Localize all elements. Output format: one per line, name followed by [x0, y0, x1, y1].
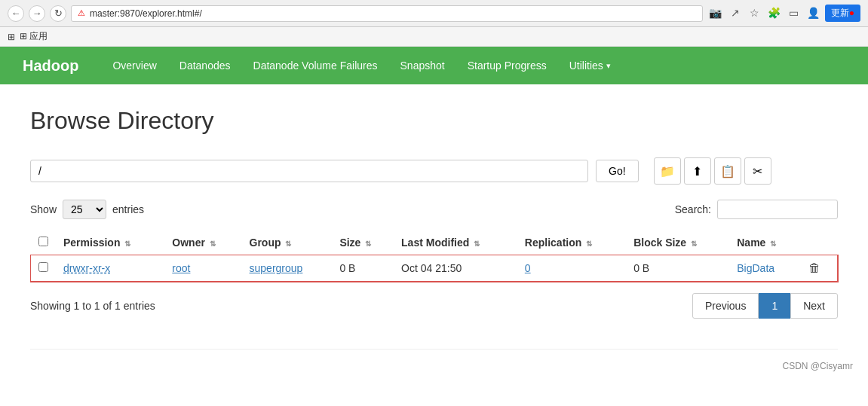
col-actions [801, 230, 837, 255]
row-replication: 0 [517, 255, 626, 282]
sort-last-modified-icon[interactable]: ⇅ [474, 240, 480, 248]
clipboard-icon-btn[interactable]: 📋 [714, 157, 741, 185]
go-button[interactable]: Go! [596, 160, 639, 182]
search-label: Search: [675, 203, 711, 215]
upload-icon-btn[interactable]: ⬆ [684, 157, 711, 185]
col-replication: Replication ⇅ [517, 230, 626, 255]
col-size: Size ⇅ [332, 230, 394, 255]
dropdown-arrow-icon: ▾ [606, 61, 611, 71]
search-input[interactable] [717, 200, 838, 219]
col-permission: Permission ⇅ [56, 230, 164, 255]
entries-select[interactable]: 10 25 50 100 [63, 200, 106, 219]
group-value[interactable]: supergroup [250, 262, 303, 274]
security-warning-icon: ⚠ [78, 8, 85, 18]
sort-permission-icon[interactable]: ⇅ [124, 240, 130, 248]
sort-replication-icon[interactable]: ⇅ [586, 240, 592, 248]
sidebar-btn[interactable]: ▭ [786, 5, 802, 21]
summary-text: Showing 1 to 1 of 1 entries [30, 300, 155, 312]
table-row: drwxr-xr-x root supergroup 0 B Oct 04 21… [31, 255, 838, 282]
refresh-button[interactable]: ↻ [50, 5, 66, 22]
row-checkbox-cell [31, 255, 57, 282]
url-bar[interactable]: ⚠ master:9870/explorer.html#/ [71, 5, 703, 22]
row-group: supergroup [242, 255, 333, 282]
separator [30, 349, 838, 350]
navbar: Hadoop Overview Datanodes Datanode Volum… [0, 47, 868, 84]
row-block-size: 0 B [626, 255, 729, 282]
apps-icon: ⊞ [8, 32, 15, 42]
browser-actions: 📷 ↗ ☆ 🧩 ▭ 👤 更新● [707, 5, 860, 22]
bookmark-btn[interactable]: ☆ [747, 5, 763, 21]
next-button[interactable]: Next [790, 293, 838, 319]
pagination: Previous 1 Next [692, 293, 838, 319]
update-button[interactable]: 更新● [825, 5, 860, 22]
nav-datanode-volume-failures[interactable]: Datanode Volume Failures [242, 47, 389, 84]
show-label: Show [30, 203, 57, 215]
path-input[interactable] [30, 160, 588, 182]
bottom-row: Showing 1 to 1 of 1 entries Previous 1 N… [30, 293, 838, 319]
profile-btn[interactable]: 👤 [805, 5, 822, 21]
search-row: Search: [675, 200, 838, 219]
sort-group-icon[interactable]: ⇅ [285, 240, 291, 248]
sort-name-icon[interactable]: ⇅ [770, 240, 776, 248]
last-modified-value: Oct 04 21:50 [401, 262, 462, 274]
row-permission: drwxr-xr-x [56, 255, 164, 282]
browser-chrome: ← → ↻ ⚠ master:9870/explorer.html#/ 📷 ↗ … [0, 0, 868, 27]
name-link[interactable]: BigData [737, 262, 774, 274]
screenshot-btn[interactable]: 📷 [707, 5, 724, 21]
owner-value[interactable]: root [172, 262, 190, 274]
navbar-brand: Hadoop [15, 57, 86, 75]
bookmarks-bar: ⊞ ⊞ 应用 [0, 27, 868, 47]
forward-button[interactable]: → [29, 5, 45, 22]
action-icons: 📁 ⬆ 📋 ✂ [654, 157, 771, 185]
col-block-size: Block Size ⇅ [626, 230, 729, 255]
permission-value[interactable]: drwxr-xr-x [63, 262, 110, 274]
col-last-modified: Last Modified ⇅ [394, 230, 517, 255]
sort-size-icon[interactable]: ⇅ [365, 240, 371, 248]
share-btn[interactable]: ↗ [727, 5, 744, 21]
main-content: Browse Directory Go! 📁 ⬆ 📋 ✂ Show 10 25 … [0, 84, 868, 341]
nav-utilities[interactable]: Utilities ▾ [558, 47, 622, 84]
url-text: master:9870/explorer.html#/ [90, 8, 202, 19]
extensions-btn[interactable]: 🧩 [766, 5, 783, 21]
col-group: Group ⇅ [242, 230, 333, 255]
controls-row: Show 10 25 50 100 entries Search: [30, 200, 838, 219]
row-name: BigData [729, 255, 801, 282]
select-all-header [31, 230, 57, 255]
size-value: 0 B [339, 262, 355, 274]
delete-button[interactable]: 🗑 [808, 261, 820, 275]
row-delete: 🗑 [801, 255, 837, 282]
row-last-modified: Oct 04 21:50 [394, 255, 517, 282]
nav-overview[interactable]: Overview [101, 47, 167, 84]
folder-icon-btn[interactable]: 📁 [654, 157, 681, 185]
row-checkbox[interactable] [38, 262, 48, 272]
nav-datanodes[interactable]: Datanodes [168, 47, 242, 84]
sort-block-size-icon[interactable]: ⇅ [691, 240, 697, 248]
replication-value[interactable]: 0 [525, 262, 531, 274]
back-button[interactable]: ← [8, 5, 24, 22]
directory-table: Permission ⇅ Owner ⇅ Group ⇅ Size ⇅ Last… [30, 230, 838, 282]
sort-owner-icon[interactable]: ⇅ [210, 240, 216, 248]
scissors-icon-btn[interactable]: ✂ [744, 157, 771, 185]
row-size: 0 B [332, 255, 394, 282]
bookmarks-label: ⊞ 应用 [20, 30, 48, 43]
previous-button[interactable]: Previous [692, 293, 759, 319]
nav-snapshot[interactable]: Snapshot [389, 47, 456, 84]
footer-watermark: CSDN @Cisyamr [0, 357, 868, 375]
nav-startup-progress[interactable]: Startup Progress [456, 47, 558, 84]
page-1-button[interactable]: 1 [759, 293, 790, 319]
show-entries: Show 10 25 50 100 entries [30, 200, 144, 219]
block-size-value: 0 B [633, 262, 649, 274]
col-name: Name ⇅ [729, 230, 801, 255]
page-title: Browse Directory [30, 107, 838, 135]
col-owner: Owner ⇅ [164, 230, 241, 255]
entries-label: entries [112, 203, 144, 215]
row-owner: root [164, 255, 241, 282]
select-all-checkbox[interactable] [38, 237, 48, 246]
path-row: Go! 📁 ⬆ 📋 ✂ [30, 157, 838, 185]
